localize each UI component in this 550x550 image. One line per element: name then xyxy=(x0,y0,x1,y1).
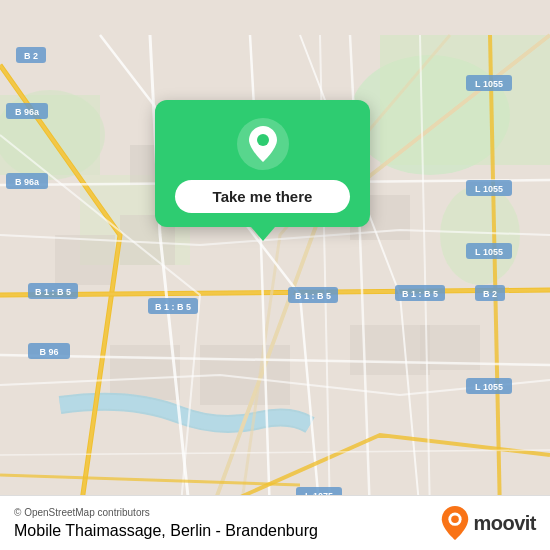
svg-text:L 1055: L 1055 xyxy=(475,79,503,89)
moovit-pin-icon xyxy=(441,506,469,540)
svg-point-46 xyxy=(257,134,269,146)
svg-text:B 96a: B 96a xyxy=(15,177,40,187)
svg-text:B 1 : B 5: B 1 : B 5 xyxy=(402,289,438,299)
svg-text:B 1 : B 5: B 1 : B 5 xyxy=(295,291,331,301)
svg-text:L 1055: L 1055 xyxy=(475,184,503,194)
map-container: B 2 B 96a B 96a B 1 : B 5 B 1 : B 5 B 1 … xyxy=(0,0,550,550)
svg-text:B 1 : B 5: B 1 : B 5 xyxy=(35,287,71,297)
map-background: B 2 B 96a B 96a B 1 : B 5 B 1 : B 5 B 1 … xyxy=(0,0,550,550)
place-info: © OpenStreetMap contributors Mobile Thai… xyxy=(14,507,318,540)
bottom-bar: © OpenStreetMap contributors Mobile Thai… xyxy=(0,495,550,550)
svg-point-3 xyxy=(440,185,520,285)
svg-text:B 96: B 96 xyxy=(39,347,58,357)
place-name-container: Mobile Thaimassage, Berlin - Brandenburg xyxy=(14,522,318,540)
svg-text:B 2: B 2 xyxy=(24,51,38,61)
moovit-logo: moovit xyxy=(441,506,536,540)
svg-text:B 2: B 2 xyxy=(483,289,497,299)
svg-text:L 1055: L 1055 xyxy=(475,247,503,257)
svg-point-48 xyxy=(452,515,460,523)
popup-card: Take me there xyxy=(155,100,370,227)
location-pin-icon xyxy=(237,118,289,170)
place-name: Mobile Thaimassage, xyxy=(14,522,166,539)
osm-attribution: © OpenStreetMap contributors xyxy=(14,507,318,518)
svg-rect-13 xyxy=(350,325,430,375)
svg-rect-15 xyxy=(110,345,180,400)
svg-text:B 96a: B 96a xyxy=(15,107,40,117)
take-me-there-button[interactable]: Take me there xyxy=(175,180,350,213)
svg-rect-12 xyxy=(55,235,115,285)
svg-text:L 1055: L 1055 xyxy=(475,382,503,392)
svg-text:B 1 : B 5: B 1 : B 5 xyxy=(155,302,191,312)
moovit-brand-text: moovit xyxy=(473,512,536,535)
place-region: Berlin - Brandenburg xyxy=(170,522,318,539)
